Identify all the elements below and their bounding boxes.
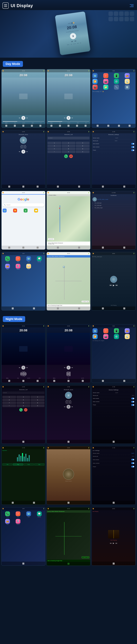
- day-music-1-btn2[interactable]: [14, 125, 16, 127]
- night-music-1-btn2[interactable]: [22, 380, 24, 382]
- night-bt-key-5[interactable]: 5: [16, 399, 30, 401]
- day-music-1-btn3[interactable]: [22, 125, 24, 127]
- night-app-phone[interactable]: 📱: [114, 328, 119, 333]
- night-call-btn1[interactable]: [22, 441, 24, 443]
- food-btn1[interactable]: [68, 502, 70, 504]
- day-music-1-btn5[interactable]: [40, 125, 42, 127]
- day-music-1-next[interactable]: ⏭: [26, 117, 28, 118]
- night-app-maps[interactable]: 🗺️: [92, 328, 98, 333]
- device-toggle-4[interactable]: [131, 462, 134, 464]
- day-music-2-next[interactable]: ⏭: [72, 117, 73, 118]
- night-np-prev[interactable]: ⏮: [110, 542, 112, 544]
- day-apps-btn3[interactable]: [118, 125, 120, 127]
- night-app2-music[interactable]: ♪ Music: [13, 512, 23, 517]
- night-music-2-btn2[interactable]: [68, 380, 70, 382]
- local-btn2[interactable]: [123, 246, 125, 248]
- night-settings-toggle-connect[interactable]: [131, 401, 134, 402]
- night-bt-next[interactable]: ⏭: [72, 406, 73, 408]
- eq-preset-1[interactable]: Flat: [2, 464, 12, 466]
- night-bt-key-7[interactable]: 7: [2, 402, 16, 404]
- google-app-drive[interactable]: ▲: [24, 208, 28, 212]
- night-app-bt[interactable]: 📶: [92, 334, 98, 339]
- bt-key-8[interactable]: 8: [62, 148, 75, 150]
- night-bt-key-3[interactable]: 3: [30, 396, 44, 398]
- night-app2-msg[interactable]: 💬 Message: [34, 512, 44, 517]
- night-np-play[interactable]: ▶: [113, 542, 114, 544]
- menu-icon[interactable]: [2, 2, 9, 9]
- app2-podcast[interactable]: 🎙️ Podcast: [13, 264, 23, 270]
- night-app2-podcast[interactable]: 🎙️ Podcast: [13, 519, 23, 525]
- eq-preset-2[interactable]: Pop: [13, 464, 23, 466]
- app-icon-bt[interactable]: 📶: [92, 79, 98, 84]
- app-icon-file[interactable]: 📁: [103, 85, 108, 90]
- night-app-camera[interactable]: 📷: [103, 334, 108, 339]
- day-music-2-btn1[interactable]: [50, 125, 52, 127]
- night-np-next[interactable]: ⏭: [116, 542, 118, 544]
- night-bt-key-1[interactable]: 1: [2, 396, 16, 398]
- nav-btn1[interactable]: [57, 308, 59, 310]
- map-btn2[interactable]: [78, 246, 80, 248]
- app-icon-settings[interactable]: ⚙️: [114, 79, 119, 84]
- night-music-1-next[interactable]: ⏭: [26, 367, 28, 368]
- settings-toggle-connect[interactable]: [131, 146, 134, 148]
- night-app-radio[interactable]: 📻: [125, 328, 130, 333]
- settings-toggle-answer[interactable]: [131, 143, 134, 145]
- app-icon-camera[interactable]: 📷: [103, 79, 108, 84]
- app-icon-extra1[interactable]: 🔧: [114, 85, 119, 90]
- app-icon-media[interactable]: 🎬: [92, 85, 98, 90]
- day-apps-btn2[interactable]: [107, 125, 109, 127]
- bt-key-3[interactable]: 3: [76, 142, 90, 144]
- eq-btn1[interactable]: [12, 502, 14, 504]
- settings-toggle-power[interactable]: [131, 150, 134, 151]
- night-bt-prev[interactable]: ⏮: [64, 406, 66, 408]
- night-bt-key-6[interactable]: 6: [30, 399, 44, 401]
- night-bt-play[interactable]: ⏸: [66, 405, 70, 409]
- app2-phone[interactable]: 📞 Phone: [3, 256, 12, 262]
- night-np-btn1[interactable]: [113, 562, 115, 564]
- bt-music-btn1[interactable]: [8, 186, 10, 188]
- local-btn1[interactable]: [102, 246, 104, 248]
- bt-key-star[interactable]: *: [48, 150, 61, 153]
- nav-btn2[interactable]: [78, 308, 80, 310]
- google-search-bar[interactable]: 🔍 Search: [3, 203, 44, 206]
- night-music-1-play[interactable]: ⏸: [22, 366, 25, 370]
- night-bt-music-btn1[interactable]: [68, 441, 70, 443]
- night-nav-btn1[interactable]: [68, 563, 70, 565]
- day-music-1-btn1[interactable]: [5, 125, 7, 127]
- google-btn2[interactable]: [22, 246, 24, 248]
- bt-music-prev[interactable]: ⏮: [19, 151, 20, 152]
- bt-key-0[interactable]: 0: [62, 150, 75, 153]
- local-track-3[interactable]: 3 中文_3019_3.mp3: [92, 207, 136, 209]
- app2-maps[interactable]: 🗺️ Maps: [24, 256, 34, 262]
- night-settings-toggle-answer[interactable]: [131, 398, 134, 399]
- bt-call-end[interactable]: 📵: [69, 154, 73, 158]
- app-icon-radio[interactable]: 📻: [125, 73, 130, 78]
- bt-call-answer[interactable]: 📞: [64, 154, 68, 158]
- app2-msg[interactable]: 💬 Message: [34, 256, 44, 262]
- night-bt-key-0[interactable]: 0: [16, 404, 30, 407]
- eq-preset-3[interactable]: Rock: [24, 464, 34, 466]
- bt-key-hash[interactable]: #: [76, 150, 90, 153]
- day-apps-btn4[interactable]: [128, 125, 130, 127]
- night-settings-btn1[interactable]: [113, 441, 115, 443]
- bt-key-7[interactable]: 7: [48, 148, 61, 150]
- day-music-2-play[interactable]: ⏸: [66, 116, 70, 120]
- night-music-1-prev[interactable]: ⏮: [19, 367, 20, 368]
- night-app-wifi[interactable]: 📡: [125, 334, 130, 339]
- day-music-1-play[interactable]: ⏸: [22, 116, 25, 120]
- bt-music-btn2[interactable]: [22, 186, 24, 188]
- settings-btn1[interactable]: [102, 186, 104, 188]
- google-app-maps[interactable]: 🗺️: [3, 208, 6, 212]
- night-bt-key-star[interactable]: *: [2, 404, 16, 407]
- bt-call-btn2[interactable]: [78, 186, 80, 188]
- app-icon-extra2[interactable]: ℹ️: [125, 85, 130, 90]
- night-app-music[interactable]: ♪: [103, 328, 108, 333]
- apps2-btn2[interactable]: [33, 308, 35, 310]
- device-toggle-5[interactable]: [131, 466, 134, 468]
- day-music-2-prev[interactable]: ⏮: [64, 117, 66, 118]
- night-bt-key-8[interactable]: 8: [16, 402, 30, 404]
- hamburger-right[interactable]: [130, 4, 134, 7]
- google-app-gmail[interactable]: ✉️: [34, 208, 38, 212]
- app2-radio[interactable]: 📻 Radio: [3, 264, 12, 270]
- hero-next-icon[interactable]: ⏭: [74, 40, 76, 42]
